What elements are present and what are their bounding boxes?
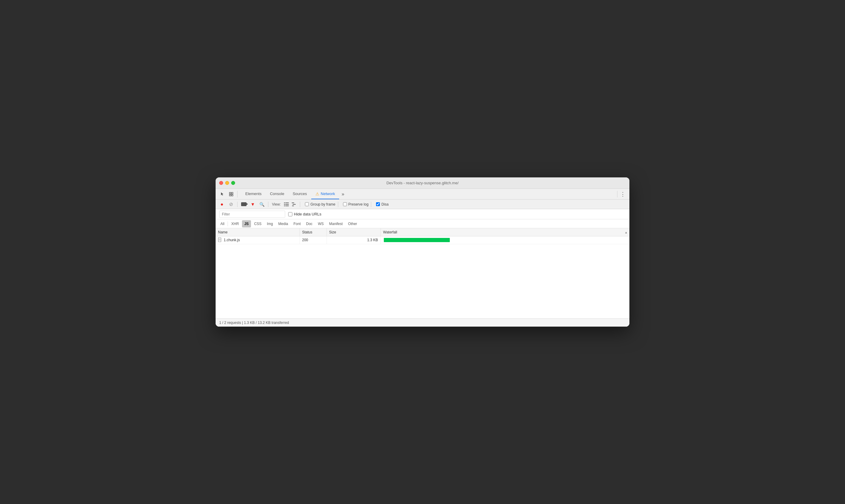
preserve-log-label: Preserve log bbox=[349, 202, 369, 206]
svg-rect-3 bbox=[231, 195, 233, 196]
table-row[interactable]: 1.chunk.js 200 1.3 KB bbox=[216, 236, 629, 244]
type-filter-js[interactable]: JS bbox=[242, 220, 251, 228]
group-by-frame-group: Group by frame bbox=[305, 202, 335, 206]
camera-icon bbox=[241, 202, 246, 206]
tabs: Elements Console Sources ⚠ Network » bbox=[241, 189, 617, 199]
preserve-log-group: Preserve log bbox=[343, 202, 369, 206]
network-table-container: Name Status Size Waterfall ▲ bbox=[216, 228, 629, 318]
preserve-log-checkbox[interactable] bbox=[343, 202, 347, 206]
file-name-cell: 1.chunk.js bbox=[218, 237, 297, 243]
type-filter-css[interactable]: CSS bbox=[251, 220, 264, 228]
type-divider-1 bbox=[228, 221, 228, 226]
stop-button[interactable]: ⊘ bbox=[227, 200, 235, 208]
hide-data-urls-group: Hide data URLs bbox=[288, 212, 321, 216]
warning-icon: ⚠ bbox=[315, 192, 319, 196]
type-filter-all[interactable]: All bbox=[218, 220, 227, 228]
filter-bar: Hide data URLs bbox=[216, 209, 629, 219]
close-button[interactable] bbox=[219, 181, 223, 185]
type-filter-manifest[interactable]: Manifest bbox=[327, 220, 345, 228]
group-by-frame-label: Group by frame bbox=[310, 202, 335, 206]
col-header-waterfall[interactable]: Waterfall ▲ bbox=[381, 228, 629, 236]
disable-cache-checkbox[interactable] bbox=[376, 202, 380, 206]
waterfall-bar bbox=[384, 238, 450, 242]
col-header-name[interactable]: Name bbox=[216, 228, 300, 236]
svg-rect-8 bbox=[284, 205, 285, 206]
tab-divider bbox=[237, 191, 237, 197]
type-filter-media[interactable]: Media bbox=[276, 220, 291, 228]
tab-end-divider bbox=[617, 191, 617, 197]
maximize-button[interactable] bbox=[231, 181, 235, 185]
view-list-icon[interactable] bbox=[283, 201, 290, 208]
group-by-frame-checkbox[interactable] bbox=[305, 202, 309, 206]
tab-sources[interactable]: Sources bbox=[288, 189, 311, 199]
type-filter-ws[interactable]: WS bbox=[315, 220, 326, 228]
tab-bar: Elements Console Sources ⚠ Network » ⋮ bbox=[216, 189, 629, 200]
svg-rect-0 bbox=[229, 192, 231, 194]
td-size: 1.3 KB bbox=[327, 236, 381, 244]
type-filter-bar: All XHR JS CSS Img Media Font Doc WS Man… bbox=[216, 219, 629, 228]
inspect-icon[interactable] bbox=[227, 190, 235, 198]
more-options-button[interactable]: ⋮ bbox=[619, 190, 627, 198]
tab-bar-icons bbox=[218, 190, 239, 198]
col-header-status[interactable]: Status bbox=[300, 228, 327, 236]
devtools-window: DevTools - react-lazy-suspense.glitch.me… bbox=[216, 177, 629, 327]
disable-cache-group: Disa bbox=[376, 202, 389, 206]
type-filter-xhr[interactable]: XHR bbox=[229, 220, 241, 228]
filter-input[interactable] bbox=[219, 211, 285, 218]
record-button[interactable]: ● bbox=[218, 200, 226, 208]
filter-button[interactable]: ▼ bbox=[249, 200, 257, 208]
svg-rect-2 bbox=[229, 195, 231, 196]
col-header-size[interactable]: Size bbox=[327, 228, 381, 236]
type-filter-font[interactable]: Font bbox=[291, 220, 303, 228]
status-bar: 1 / 2 requests | 1.3 KB / 13.2 KB transf… bbox=[216, 318, 629, 327]
type-filter-doc[interactable]: Doc bbox=[304, 220, 315, 228]
toolbar-sep-5 bbox=[371, 202, 371, 207]
td-name: 1.chunk.js bbox=[216, 236, 300, 244]
waterfall-bar-container bbox=[383, 237, 627, 243]
view-waterfall-icon[interactable] bbox=[291, 201, 297, 208]
view-label: View: bbox=[272, 202, 281, 206]
table-header-row: Name Status Size Waterfall ▲ bbox=[216, 228, 629, 236]
svg-rect-5 bbox=[285, 202, 289, 203]
title-bar: DevTools - react-lazy-suspense.glitch.me… bbox=[216, 177, 629, 189]
svg-rect-1 bbox=[231, 192, 233, 194]
network-toolbar: ● ⊘ ▼ 🔍 View: bbox=[216, 200, 629, 209]
svg-rect-12 bbox=[292, 205, 294, 206]
toolbar-sep-2 bbox=[268, 202, 268, 207]
svg-rect-6 bbox=[284, 204, 285, 205]
svg-rect-10 bbox=[292, 202, 294, 203]
window-title: DevTools - react-lazy-suspense.glitch.me… bbox=[387, 181, 459, 185]
camera-button[interactable] bbox=[240, 200, 248, 208]
td-status: 200 bbox=[300, 236, 327, 244]
type-filter-other[interactable]: Other bbox=[346, 220, 359, 228]
svg-rect-9 bbox=[285, 205, 289, 206]
svg-rect-7 bbox=[285, 204, 289, 205]
devtools-panel: Elements Console Sources ⚠ Network » ⋮ bbox=[216, 189, 629, 327]
tab-network[interactable]: ⚠ Network bbox=[311, 189, 339, 199]
search-button[interactable]: 🔍 bbox=[258, 200, 266, 208]
svg-rect-11 bbox=[293, 204, 296, 205]
svg-rect-4 bbox=[284, 202, 285, 203]
toolbar-sep-4 bbox=[338, 202, 338, 207]
network-table: Name Status Size Waterfall ▲ bbox=[216, 228, 629, 244]
status-text: 1 / 2 requests | 1.3 KB / 13.2 KB transf… bbox=[219, 321, 289, 325]
cursor-icon[interactable] bbox=[218, 190, 226, 198]
waterfall-sort-icon: ▲ bbox=[624, 230, 628, 234]
type-filter-img[interactable]: Img bbox=[264, 220, 275, 228]
tab-console[interactable]: Console bbox=[266, 189, 288, 199]
hide-data-urls-label: Hide data URLs bbox=[294, 212, 321, 216]
minimize-button[interactable] bbox=[225, 181, 229, 185]
toolbar-sep-1 bbox=[237, 202, 237, 207]
disable-cache-label: Disa bbox=[382, 202, 389, 206]
tab-more-button[interactable]: » bbox=[339, 189, 347, 199]
file-icon bbox=[218, 237, 222, 243]
traffic-lights bbox=[219, 181, 235, 185]
hide-data-urls-checkbox[interactable] bbox=[288, 212, 292, 216]
td-waterfall bbox=[381, 236, 629, 244]
tab-elements[interactable]: Elements bbox=[241, 189, 266, 199]
